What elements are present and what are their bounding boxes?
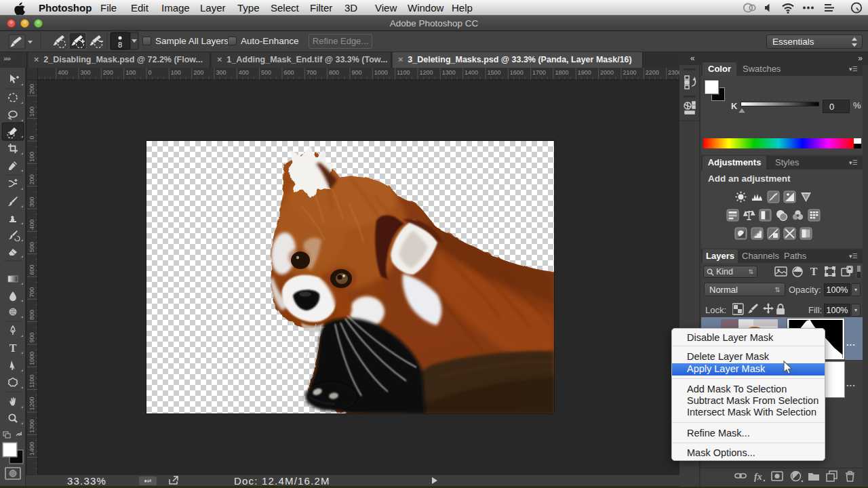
svg-text:1400: 1400 bbox=[28, 442, 35, 455]
svg-text:100: 100 bbox=[171, 69, 181, 76]
svg-text:1600: 1600 bbox=[510, 69, 524, 76]
svg-text:700: 700 bbox=[28, 287, 35, 298]
svg-text:8: 8 bbox=[118, 41, 122, 49]
svg-text:1100: 1100 bbox=[397, 69, 410, 76]
svg-text:1300: 1300 bbox=[28, 420, 35, 433]
svg-text:600: 600 bbox=[284, 69, 294, 76]
svg-text:1300: 1300 bbox=[442, 69, 456, 76]
svg-text:fx: fx bbox=[754, 472, 762, 482]
svg-text:500: 500 bbox=[261, 69, 271, 76]
svg-text:2200: 2200 bbox=[646, 69, 659, 76]
svg-text:0: 0 bbox=[149, 69, 152, 76]
svg-text:0: 0 bbox=[28, 136, 35, 139]
svg-text:1700: 1700 bbox=[532, 69, 546, 76]
svg-text:2000: 2000 bbox=[600, 69, 614, 76]
svg-text:100: 100 bbox=[28, 106, 35, 117]
svg-text:2100: 2100 bbox=[623, 69, 636, 76]
svg-text:400: 400 bbox=[58, 69, 68, 76]
svg-text:1400: 1400 bbox=[465, 69, 478, 76]
svg-text:800: 800 bbox=[28, 310, 35, 320]
svg-text:100: 100 bbox=[125, 69, 136, 76]
svg-text:1200: 1200 bbox=[420, 69, 433, 76]
svg-text:400: 400 bbox=[28, 220, 35, 230]
svg-text:1800: 1800 bbox=[555, 69, 568, 76]
svg-text:200: 200 bbox=[28, 84, 35, 94]
svg-text:1100: 1100 bbox=[28, 375, 35, 388]
svg-text:700: 700 bbox=[307, 69, 317, 76]
svg-text:800: 800 bbox=[329, 69, 339, 76]
svg-text:1000: 1000 bbox=[28, 352, 35, 365]
svg-text:100: 100 bbox=[28, 152, 35, 162]
svg-text:1500: 1500 bbox=[488, 69, 501, 76]
svg-text:300: 300 bbox=[28, 197, 35, 207]
svg-text:1200: 1200 bbox=[28, 396, 35, 410]
svg-text:900: 900 bbox=[28, 332, 35, 342]
svg-text:200: 200 bbox=[28, 174, 35, 184]
svg-text:500: 500 bbox=[28, 242, 35, 252]
svg-text:2300: 2300 bbox=[668, 69, 679, 76]
svg-text:T: T bbox=[9, 342, 17, 354]
svg-text:1000: 1000 bbox=[374, 69, 388, 76]
svg-text:1900: 1900 bbox=[578, 69, 591, 76]
svg-text:400: 400 bbox=[239, 69, 249, 76]
svg-text:200: 200 bbox=[103, 69, 113, 76]
svg-text:T: T bbox=[810, 266, 818, 277]
svg-text:900: 900 bbox=[352, 69, 362, 76]
svg-text:300: 300 bbox=[216, 69, 226, 76]
svg-text:300: 300 bbox=[81, 69, 91, 76]
svg-text:600: 600 bbox=[28, 264, 35, 274]
svg-text:200: 200 bbox=[193, 69, 203, 76]
